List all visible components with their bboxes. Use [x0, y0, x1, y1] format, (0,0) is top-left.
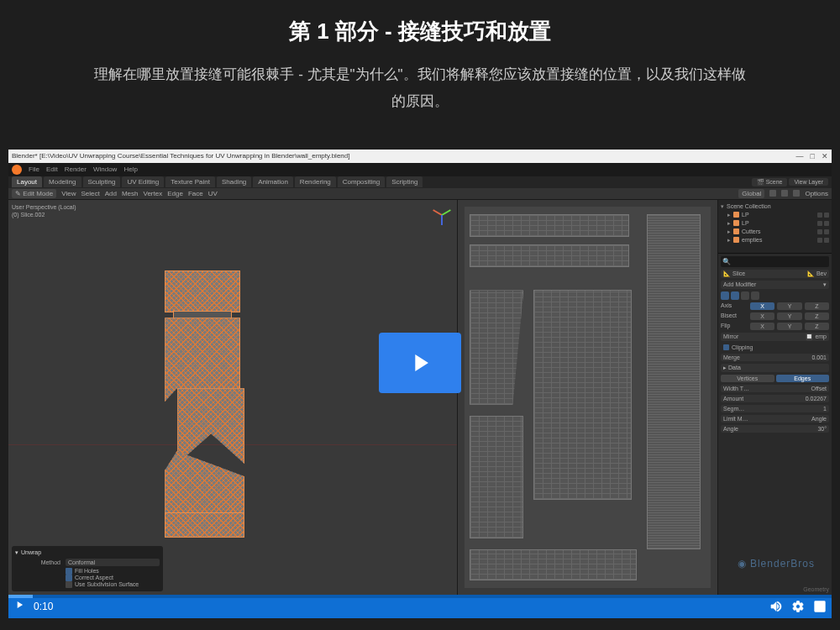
bisect-x-button[interactable]: X — [750, 312, 774, 320]
chevron-right-icon[interactable]: ▸ — [727, 220, 731, 227]
tab-animation[interactable]: Animation — [253, 176, 293, 187]
play-button-overlay[interactable] — [379, 333, 461, 393]
toolbar-item[interactable]: Edge — [167, 190, 183, 197]
options-dropdown[interactable]: Options — [805, 190, 828, 197]
uv-island[interactable] — [470, 416, 523, 538]
uv-island[interactable] — [470, 549, 637, 580]
chevron-right-icon[interactable]: ▸ — [727, 212, 731, 218]
display-toggle[interactable] — [751, 291, 759, 300]
amount-value[interactable]: 0.02267 — [806, 396, 827, 402]
outliner-item[interactable]: Cutters — [742, 228, 761, 234]
visibility-toggle[interactable] — [817, 221, 822, 226]
menu-item[interactable]: Edit — [46, 165, 58, 173]
use-subdiv-checkbox[interactable] — [66, 581, 72, 588]
render-toggle[interactable] — [824, 213, 829, 218]
tab-layout[interactable]: Layout — [12, 176, 42, 187]
tab-modeling[interactable]: Modeling — [44, 176, 81, 187]
toolbar-item[interactable]: Mesh — [122, 190, 139, 197]
render-toggle[interactable] — [824, 221, 829, 226]
tab-scripting[interactable]: Scripting — [386, 176, 423, 187]
outliner-item[interactable]: LP — [742, 212, 749, 218]
merge-value[interactable]: 0.001 — [811, 354, 827, 360]
orientation-selector[interactable]: Global — [738, 189, 764, 198]
property-search[interactable]: 🔍 — [721, 256, 829, 267]
angle-value[interactable]: 30° — [817, 426, 827, 432]
tool-icon[interactable] — [793, 190, 800, 197]
minimize-button[interactable]: — — [796, 152, 804, 160]
mesh-object[interactable] — [156, 270, 249, 539]
flip-z-button[interactable]: Z — [805, 323, 829, 330]
tab-texture-paint[interactable]: Texture Paint — [165, 176, 215, 187]
axis-y-button[interactable]: Y — [777, 302, 801, 310]
visibility-toggle[interactable] — [817, 229, 822, 234]
axis-z-button[interactable]: Z — [805, 302, 829, 310]
flip-y-button[interactable]: Y — [777, 323, 801, 330]
uv-island[interactable] — [647, 214, 701, 550]
bisect-z-button[interactable]: Z — [805, 312, 829, 320]
vertices-tab[interactable]: Vertices — [721, 375, 774, 382]
viewport-3d[interactable]: User Perspective (Local) (0) Slice.002 — [8, 200, 458, 595]
modifier-header[interactable]: 📐Slice📐Bev — [721, 270, 829, 278]
chevron-down-icon[interactable]: ▾ — [721, 203, 724, 210]
chevron-right-icon[interactable]: ▸ — [727, 237, 731, 244]
viewlayer-selector[interactable]: View Layer — [789, 178, 828, 186]
uv-island[interactable] — [470, 244, 629, 267]
menu-item[interactable]: Window — [93, 165, 117, 173]
navigation-gizmo[interactable] — [432, 205, 452, 225]
toolbar-item[interactable]: Vertex — [144, 190, 163, 197]
uv-island[interactable] — [533, 290, 632, 500]
edges-tab[interactable]: Edges — [776, 375, 830, 382]
play-button[interactable] — [13, 599, 25, 614]
uv-island[interactable] — [470, 214, 629, 237]
toolbar-item[interactable]: Add — [105, 190, 117, 197]
outliner-item[interactable]: LP — [742, 220, 749, 226]
tool-icon[interactable] — [781, 190, 788, 197]
clipping-checkbox[interactable] — [723, 344, 729, 350]
add-modifier-button[interactable]: Add Modifier▾ — [721, 281, 829, 289]
width-type-value[interactable]: Offset — [811, 386, 827, 391]
visibility-toggle[interactable] — [817, 238, 822, 243]
visibility-toggle[interactable] — [817, 213, 822, 218]
maximize-button[interactable]: □ — [811, 152, 815, 160]
fill-holes-checkbox[interactable] — [66, 568, 72, 575]
volume-button[interactable] — [769, 600, 783, 613]
chevron-right-icon[interactable]: ▸ — [727, 228, 731, 235]
display-toggle[interactable] — [741, 291, 749, 300]
tab-uv-editing[interactable]: UV Editing — [122, 176, 164, 187]
data-section[interactable]: ▸Data — [721, 364, 829, 372]
method-dropdown[interactable]: Conformal — [66, 559, 160, 566]
fullscreen-button[interactable] — [813, 600, 827, 613]
mirror-object-field[interactable]: 🔲 emp — [806, 333, 827, 340]
tab-compositing[interactable]: Compositing — [338, 176, 385, 187]
menu-item[interactable]: File — [29, 165, 39, 173]
tab-shading[interactable]: Shading — [217, 176, 251, 187]
toolbar-item[interactable]: Select — [81, 190, 99, 197]
settings-button[interactable] — [791, 600, 805, 613]
outliner-item[interactable]: empties — [742, 237, 763, 243]
bisect-y-button[interactable]: Y — [777, 312, 801, 320]
close-button[interactable]: ✕ — [822, 152, 828, 160]
flip-x-button[interactable]: X — [750, 323, 774, 330]
menu-item[interactable]: Help — [123, 165, 137, 173]
display-toggle[interactable] — [731, 291, 739, 300]
menu-item[interactable]: Render — [65, 165, 87, 173]
uv-island[interactable] — [470, 290, 523, 404]
operator-panel-unwrap[interactable]: ▾Unwrap MethodConformal Fill Holes Corre… — [12, 546, 163, 591]
segments-value[interactable]: 1 — [823, 406, 827, 412]
limit-value[interactable]: Angle — [811, 416, 827, 422]
toolbar-item[interactable]: Face — [188, 190, 203, 197]
render-toggle[interactable] — [824, 229, 829, 234]
render-toggle[interactable] — [824, 238, 829, 243]
axis-x-button[interactable]: X — [750, 302, 774, 310]
mode-selector[interactable]: ✎ Edit Mode — [12, 189, 56, 198]
display-toggle[interactable] — [721, 291, 729, 300]
scene-selector[interactable]: 🎬 Scene — [752, 178, 788, 186]
tab-sculpting[interactable]: Sculpting — [83, 176, 121, 187]
uv-editor[interactable] — [458, 200, 718, 595]
progress-track[interactable] — [8, 595, 832, 598]
outliner[interactable]: ▾Scene Collection ▸LP ▸LP ▸Cutters ▸empt… — [718, 200, 832, 254]
toolbar-item[interactable]: View — [61, 190, 76, 197]
tool-icon[interactable] — [769, 190, 776, 197]
toolbar-item[interactable]: UV — [208, 190, 218, 197]
correct-aspect-checkbox[interactable] — [66, 575, 72, 581]
